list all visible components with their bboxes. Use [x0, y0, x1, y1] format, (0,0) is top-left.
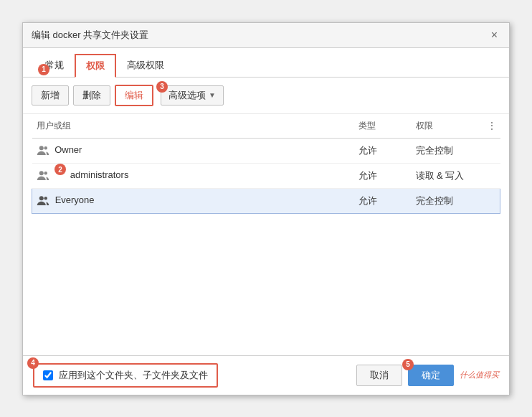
row-name-owner: Owner [32, 138, 354, 163]
svg-point-0 [39, 146, 43, 150]
tab-general[interactable]: 1 常规 [32, 54, 75, 78]
dropdown-arrow-icon: ▼ [209, 91, 216, 99]
watermark-text: 什么值得买 [460, 370, 499, 380]
dialog: 编辑 docker 共享文件夹设置 × 1 常规 权限 高级权限 新增 删除 编… [22, 22, 510, 395]
svg-point-4 [39, 196, 44, 200]
dialog-titlebar: 编辑 docker 共享文件夹设置 × [23, 23, 509, 48]
toolbar: 新增 删除 编辑 3 高级选项 ▼ [23, 78, 509, 114]
row-perm-everyone: 完全控制 [412, 188, 483, 213]
step-5-badge: 5 [402, 359, 414, 370]
step-2-badge: 2 [54, 164, 66, 175]
svg-point-2 [39, 171, 43, 175]
apply-checkbox[interactable] [43, 370, 53, 380]
row-type-admin: 允许 [354, 163, 412, 188]
tab-permissions[interactable]: 权限 [75, 54, 116, 78]
table-menu-icon[interactable]: ⋮ [488, 121, 496, 131]
user-group-icon [37, 144, 49, 157]
step-1-badge: 1 [38, 64, 49, 75]
step-4-badge: 4 [27, 357, 39, 369]
step-3-badge: 3 [156, 81, 168, 93]
col-header-menu: ⋮ [483, 114, 500, 139]
table-row[interactable]: Owner 允许 完全控制 [32, 138, 500, 163]
row-perm-admin: 读取 & 写入 [412, 163, 483, 188]
row-type-everyone: 允许 [354, 188, 412, 213]
footer: 4 应用到这个文件夹、子文件夹及文件 取消 5 确定 什么值得买 [23, 355, 509, 395]
row-menu-owner [483, 138, 500, 163]
tabs-row: 1 常规 权限 高级权限 [23, 48, 509, 78]
footer-buttons: 取消 5 确定 什么值得买 [356, 365, 499, 386]
permissions-table: 用户或组 类型 权限 ⋮ [32, 114, 500, 214]
table-container: 用户或组 类型 权限 ⋮ [23, 114, 509, 355]
apply-checkbox-row[interactable]: 应用到这个文件夹、子文件夹及文件 [33, 363, 218, 388]
row-type-owner: 允许 [354, 138, 412, 163]
user-group-icon [37, 195, 49, 207]
svg-point-5 [44, 197, 48, 200]
confirm-button[interactable]: 确定 [408, 365, 454, 386]
row-name-admin: 2 administrators [32, 163, 354, 188]
row-menu-everyone [483, 188, 500, 213]
row-name-everyone: Everyone [32, 188, 354, 213]
table-row-everyone[interactable]: Everyone 允许 完全控制 [32, 188, 500, 213]
add-button[interactable]: 新增 [32, 85, 69, 106]
dialog-title: 编辑 docker 共享文件夹设置 [32, 29, 148, 42]
svg-point-3 [44, 172, 47, 175]
close-button[interactable]: × [488, 29, 500, 41]
delete-button[interactable]: 删除 [73, 85, 110, 106]
col-header-type: 类型 [354, 114, 412, 139]
col-header-permission: 权限 [412, 114, 483, 139]
col-header-name: 用户或组 [32, 114, 354, 139]
svg-point-1 [44, 146, 47, 150]
table-row[interactable]: 2 administrators 允许 读取 & 写入 [32, 163, 500, 188]
row-perm-owner: 完全控制 [412, 138, 483, 163]
table-header-row: 用户或组 类型 权限 ⋮ [32, 114, 500, 139]
edit-button[interactable]: 编辑 [115, 85, 153, 106]
user-group-icon [37, 169, 49, 182]
tab-advanced[interactable]: 高级权限 [116, 54, 175, 78]
row-menu-admin [483, 163, 500, 188]
apply-checkbox-label: 应用到这个文件夹、子文件夹及文件 [59, 369, 208, 382]
cancel-button[interactable]: 取消 [356, 365, 402, 386]
advanced-options-button[interactable]: 高级选项 ▼ [161, 85, 224, 106]
